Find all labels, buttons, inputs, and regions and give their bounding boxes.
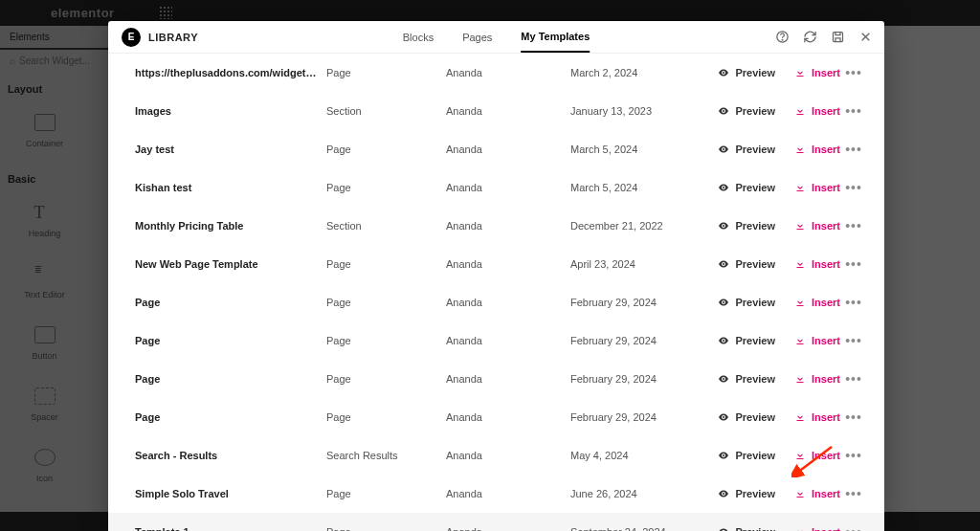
tab-my-templates[interactable]: My Templates (521, 21, 590, 53)
template-name: Simple Solo Travel (135, 488, 326, 499)
preview-button[interactable]: Preview (718, 335, 775, 346)
template-date: February 29, 2024 (570, 411, 709, 423)
table-row: Search - ResultsSearch ResultsAnandaMay … (108, 436, 884, 475)
eye-icon (718, 335, 729, 346)
template-date: May 4, 2024 (570, 450, 709, 461)
template-name: https://theplusaddons.com/widgets/ - 01/… (135, 67, 326, 78)
save-icon[interactable] (831, 30, 845, 44)
row-actions: PreviewInsert (709, 297, 840, 308)
more-actions-button[interactable]: ••• (840, 448, 867, 463)
table-row: ImagesSectionAnandaJanuary 13, 2023Previ… (108, 92, 884, 130)
row-actions: PreviewInsert (709, 182, 840, 193)
preview-label: Preview (735, 144, 775, 155)
insert-label: Insert (812, 411, 840, 423)
eye-icon (718, 411, 729, 423)
insert-button[interactable]: Insert (794, 373, 840, 385)
preview-button[interactable]: Preview (718, 144, 775, 155)
more-actions-button[interactable]: ••• (840, 103, 867, 119)
tab-pages[interactable]: Pages (462, 21, 492, 53)
preview-button[interactable]: Preview (718, 220, 775, 232)
download-icon (794, 488, 806, 499)
eye-icon (718, 450, 729, 461)
row-actions: PreviewInsert (709, 411, 840, 423)
preview-label: Preview (735, 67, 775, 78)
refresh-icon[interactable] (803, 30, 817, 44)
help-icon[interactable] (775, 30, 790, 44)
preview-button[interactable]: Preview (718, 450, 775, 461)
preview-button[interactable]: Preview (718, 373, 775, 385)
template-name: New Web Page Template (135, 258, 326, 270)
preview-button[interactable]: Preview (718, 526, 775, 531)
tab-blocks[interactable]: Blocks (403, 21, 434, 53)
preview-button[interactable]: Preview (718, 182, 775, 193)
preview-label: Preview (735, 488, 775, 499)
insert-button[interactable]: Insert (794, 182, 840, 193)
insert-button[interactable]: Insert (794, 220, 840, 232)
preview-button[interactable]: Preview (718, 258, 775, 270)
insert-button[interactable]: Insert (794, 67, 840, 78)
insert-button[interactable]: Insert (794, 258, 840, 270)
insert-button[interactable]: Insert (794, 144, 840, 155)
template-date: September 24, 2024 (570, 526, 709, 531)
close-icon[interactable] (858, 30, 873, 44)
insert-button[interactable]: Insert (794, 488, 840, 499)
template-type: Section (326, 105, 446, 117)
template-author: Ananda (446, 411, 570, 423)
row-actions: PreviewInsert (709, 488, 840, 499)
template-author: Ananda (446, 335, 570, 346)
table-row: Jay testPageAnandaMarch 5, 2024PreviewIn… (108, 130, 884, 168)
template-type: Page (326, 144, 446, 155)
eye-icon (718, 67, 729, 78)
row-actions: PreviewInsert (709, 450, 840, 461)
table-row: PagePageAnandaFebruary 29, 2024PreviewIn… (108, 360, 884, 398)
modal-header: E LIBRARY Blocks Pages My Templates (108, 21, 884, 54)
more-actions-button[interactable]: ••• (840, 486, 867, 501)
more-actions-button[interactable]: ••• (840, 218, 867, 233)
preview-button[interactable]: Preview (718, 488, 775, 499)
insert-label: Insert (812, 526, 840, 531)
preview-label: Preview (735, 105, 775, 117)
preview-button[interactable]: Preview (718, 411, 775, 423)
preview-button[interactable]: Preview (718, 105, 775, 117)
insert-button[interactable]: Insert (794, 297, 840, 308)
preview-label: Preview (735, 297, 775, 308)
more-actions-button[interactable]: ••• (840, 333, 867, 348)
preview-label: Preview (735, 335, 775, 346)
preview-button[interactable]: Preview (718, 297, 775, 308)
more-actions-button[interactable]: ••• (840, 371, 867, 387)
insert-button[interactable]: Insert (794, 450, 840, 461)
library-modal: E LIBRARY Blocks Pages My Templates http… (108, 21, 884, 531)
preview-label: Preview (735, 373, 775, 385)
modal-logo-icon: E (122, 28, 141, 47)
insert-button[interactable]: Insert (794, 411, 840, 423)
preview-button[interactable]: Preview (718, 67, 775, 78)
template-author: Ananda (446, 450, 570, 461)
more-actions-button[interactable]: ••• (840, 256, 867, 272)
template-date: February 29, 2024 (570, 373, 709, 385)
modal-header-actions (775, 30, 873, 44)
template-author: Ananda (446, 105, 570, 117)
more-actions-button[interactable]: ••• (840, 295, 867, 310)
preview-label: Preview (735, 411, 775, 423)
insert-label: Insert (812, 373, 840, 385)
insert-button[interactable]: Insert (794, 105, 840, 117)
row-actions: PreviewInsert (709, 258, 840, 270)
more-actions-button[interactable]: ••• (840, 409, 867, 425)
eye-icon (718, 258, 729, 270)
more-actions-button[interactable]: ••• (840, 142, 867, 157)
table-row: PagePageAnandaFebruary 29, 2024PreviewIn… (108, 321, 884, 360)
more-actions-button[interactable]: ••• (840, 180, 867, 195)
preview-label: Preview (735, 258, 775, 270)
row-actions: PreviewInsert (709, 67, 840, 78)
insert-label: Insert (812, 182, 840, 193)
insert-button[interactable]: Insert (794, 526, 840, 531)
template-author: Ananda (446, 297, 570, 308)
row-actions: PreviewInsert (709, 373, 840, 385)
template-type: Page (326, 67, 446, 78)
more-actions-button[interactable]: ••• (840, 524, 867, 531)
more-actions-button[interactable]: ••• (840, 65, 867, 80)
insert-button[interactable]: Insert (794, 335, 840, 346)
modal-body[interactable]: https://theplusaddons.com/widgets/ - 01/… (108, 54, 884, 531)
row-actions: PreviewInsert (709, 220, 840, 232)
template-date: February 29, 2024 (570, 297, 709, 308)
